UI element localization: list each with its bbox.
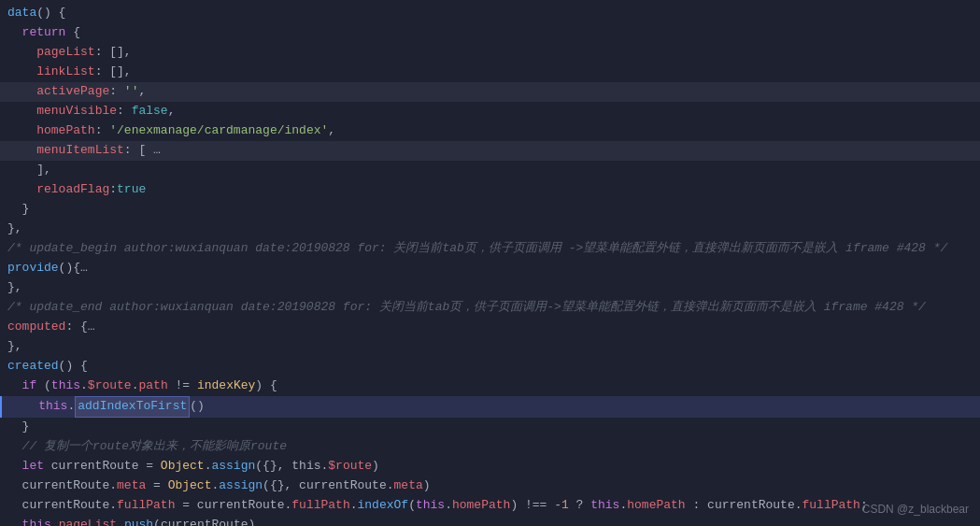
code-line: homePath: '/enexmanage/cardmanage/index'… (0, 121, 980, 141)
code-line: }, (0, 220, 980, 239)
code-line: created() { (0, 357, 980, 377)
code-line: currentRoute.meta = Object.assign({}, cu… (0, 476, 980, 496)
code-line: computed: {… (0, 318, 980, 337)
code-line: /* update_begin author:wuxianquan date:2… (0, 239, 980, 259)
code-line: pageList: [], (0, 43, 980, 63)
code-line: this.pageList.push(currentRoute) (0, 516, 980, 526)
watermark: CSDN @z_blackbear (862, 501, 969, 519)
code-content: data() { return { pageList: [], linkList… (0, 4, 980, 526)
code-line: linkList: [], (0, 63, 980, 82)
code-line: menuItemList: [ … (0, 141, 980, 161)
code-line: activePage: '', (0, 82, 980, 102)
code-line: }, (0, 337, 980, 357)
code-line: let currentRoute = Object.assign({}, thi… (0, 457, 980, 476)
code-line: /* update_end author:wuxianquan date:201… (0, 298, 980, 318)
code-line: if (this.$route.path != indexKey) { (0, 377, 980, 396)
code-line: // 复制一个route对象出来，不能影响原route (0, 437, 980, 457)
code-line: } (0, 200, 980, 220)
code-line: reloadFlag:true (0, 180, 980, 200)
code-line: ], (0, 161, 980, 180)
code-line: data() { (0, 4, 980, 23)
code-line: } (0, 418, 980, 437)
code-line: menuVisible: false, (0, 102, 980, 121)
code-editor: data() { return { pageList: [], linkList… (0, 0, 980, 526)
code-line: return { (0, 23, 980, 43)
code-line: currentRoute.fullPath = currentRoute.ful… (0, 496, 980, 516)
code-line: this.addIndexToFirst() (0, 396, 980, 418)
code-line: }, (0, 278, 980, 298)
code-line: provide(){… (0, 259, 980, 278)
